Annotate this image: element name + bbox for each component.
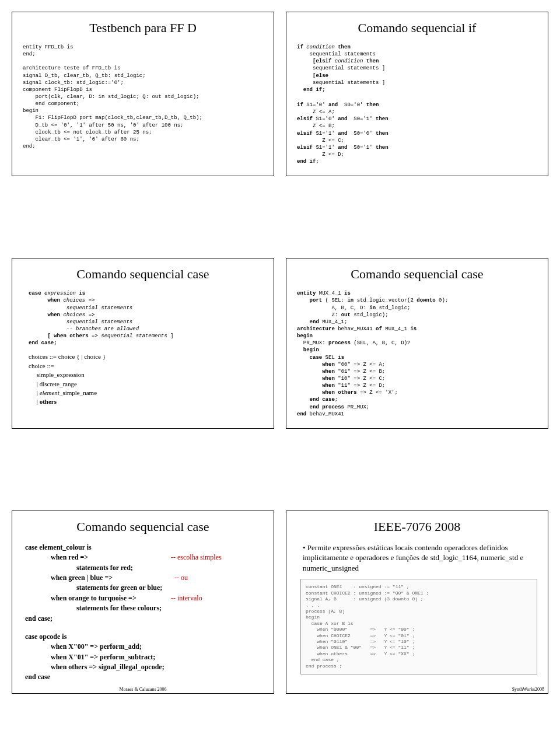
case-syntax-block: case expression is when choices => seque…: [29, 290, 263, 347]
line: statements for these colours;: [76, 604, 162, 612]
line: statements for red;: [76, 564, 133, 572]
line: when X"00" => perform_add;: [51, 642, 142, 651]
line: end case;: [25, 614, 52, 623]
slide-testbench-ffd: Testbench para FF D entity FFD_tb is end…: [12, 12, 274, 176]
slide-title: Testbench para FF D: [23, 20, 263, 36]
slide-ieee-7076: IEEE-7076 2008 • Permite expressões está…: [286, 511, 548, 694]
code-block: entity FFD_tb is end; architecture teste…: [23, 44, 263, 150]
line: when red =>: [51, 553, 88, 561]
line: when X"01" => perform_subtract;: [51, 653, 155, 661]
bullet-text: • Permite expressões estáticas locais co…: [297, 543, 537, 579]
slide-sequential-case-mux: Comando sequencial case entity MUX_4_1 i…: [286, 258, 548, 429]
mux-code-block: entity MUX_4_1 is port ( SEL: in std_log…: [297, 290, 537, 418]
case-opcode-block: case opcode is when X"00" => perform_add…: [25, 632, 263, 683]
slide-title: Comando sequencial if: [297, 20, 537, 36]
comment: -- intervalo: [171, 593, 202, 603]
slide-sequential-case-syntax: Comando sequencial case case expression …: [12, 258, 274, 429]
line: when others => signal_illegal_opcode;: [51, 663, 164, 671]
slide-sequential-if: Comando sequencial if if condition then …: [286, 12, 548, 176]
comment: -- escolha simples: [171, 553, 222, 562]
if-example-block: if S1='0' and S0='0' then Z <= A; elsif …: [297, 102, 537, 165]
case-colour-block: case element_colour is when red => -- es…: [25, 543, 263, 624]
line: when orange to turquoise =>: [51, 594, 136, 602]
slide-title: IEEE-7076 2008: [297, 519, 537, 534]
footer-authors: Moraes & Calazans 2006: [119, 687, 166, 692]
line: case element_colour is: [25, 543, 92, 551]
line: case opcode is: [25, 632, 66, 641]
slide-title: Comando sequencial case: [23, 519, 263, 534]
comment: -- ou: [171, 573, 188, 583]
line: end case: [25, 673, 50, 681]
slide-title: Comando sequencial case: [297, 267, 537, 282]
slide-sequential-case-examples: Comando sequencial case case element_col…: [12, 511, 274, 694]
slide-title: Comando sequencial case: [23, 267, 263, 282]
line: statements for green or blue;: [76, 583, 162, 592]
line: when green | blue =>: [51, 574, 113, 582]
code-snippet-image: constant ONE1 : unsigned := "11" ; const…: [300, 579, 537, 674]
grammar-block: choices ::= choice { | choice } choice :…: [29, 352, 263, 406]
footer-source: SynthWorks2008: [512, 687, 544, 692]
if-syntax-block: if condition then sequential statements …: [297, 44, 537, 93]
